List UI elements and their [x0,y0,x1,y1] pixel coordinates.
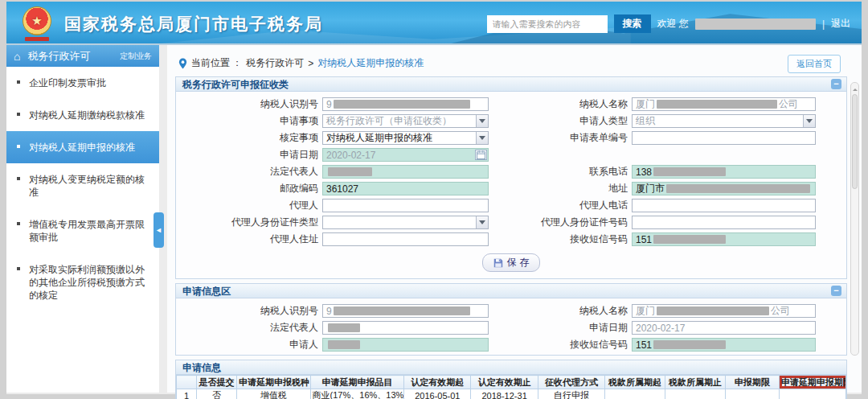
text-input[interactable] [322,165,489,179]
table-cell [665,389,726,399]
form-cell: 法定代表人 [179,321,511,335]
field-value: 9 [326,306,332,317]
column-header: 申报期限 [726,376,780,389]
section-title: 申请信息区 [182,286,231,297]
welcome-text: 欢迎 您 [657,17,689,31]
back-home-button[interactable]: 返回首页 [788,55,841,73]
vertical-scrollbar[interactable] [850,82,859,356]
scroll-up-arrow-icon[interactable] [853,86,858,91]
table-header-row: 是否提交申请延期申报税种申请延期申报品目认定有效期起认定有效期止征收代理方式税款… [177,376,846,389]
sidebar-item[interactable]: 对纳税人延期申报的核准 [6,131,159,163]
select-input[interactable] [322,216,489,229]
form-row: 纳税人识别号9纳税人名称厦门公司 [179,302,843,319]
text-input[interactable]: 138 [632,165,816,179]
table-cell: 2016-05-01 [404,389,471,399]
form-row: 代理人住址接收短信号码151 [179,231,843,248]
sidebar-item[interactable]: 增值税专用发票最高开票限额审批 [6,208,159,253]
breadcrumb-current-link[interactable]: 对纳税人延期申报的核准 [317,56,424,70]
emblem-icon: ★ [23,6,51,35]
star-icon: ★ [31,14,42,28]
field-label: 代理人身份证件号码 [511,216,632,229]
text-input[interactable] [322,338,489,352]
table-cell [779,389,845,399]
text-input[interactable]: 151 [632,232,816,246]
form-cell: 代理人身份证件号码 [511,216,843,229]
table-cell [605,389,665,399]
header-divider: | [822,19,825,30]
form-cell: 法定代表人 [179,165,511,179]
text-input[interactable] [322,321,489,335]
text-input[interactable] [322,199,489,212]
text-input[interactable]: 厦门公司 [632,97,816,111]
logout-link[interactable]: 退出 [831,17,850,31]
form-row: 核定事项对纳税人延期申报的核准申请表单编号 [179,130,843,146]
vertical-scrollbar-thumb[interactable] [852,94,858,189]
redacted-value [334,306,470,315]
app-window: ★ 国家税务总局厦门市电子税务局 搜索 欢迎 您 | 退出 ⌂ 税务行政许可 定… [6,2,862,394]
form-grid: 纳税人识别号9纳税人名称厦门公司申请事项税务行政许可（申请征收类）申请人类型组织… [176,92,846,249]
select-input[interactable]: 税务行政许可（申请征收类） [322,114,489,128]
text-input[interactable]: 9 [322,304,489,318]
text-input[interactable]: 2020-02-17 [632,321,816,335]
column-header: 认定有效期起 [404,376,471,389]
form-row: 法定代表人申请日期2020-02-17 [179,319,843,336]
field-label: 邮政编码 [179,182,322,195]
dropdown-arrow-icon[interactable] [803,115,815,127]
collapse-section-icon[interactable]: − [831,286,841,296]
main-panel: 当前位置 ： 税务行政许可 > 对纳税人延期申报的核准 返回首页 税务行政许可申… [167,45,862,393]
site-title: 国家税务总局厦门市电子税务局 [64,13,323,35]
sidebar-item[interactable]: 企业印制发票审批 [6,67,159,99]
section-header: 税务行政许可申报征收类 − [176,77,846,92]
field-value: 361027 [326,183,358,195]
field-value: 税务行政许可（申请征收类） [326,114,452,128]
text-input[interactable] [632,216,816,229]
field-value: 厦门 [636,97,655,111]
text-input[interactable]: 厦门公司 [632,304,816,318]
date-input[interactable]: 2020-02-17 [322,148,489,162]
dropdown-triangle [479,119,485,126]
field-value: 151 [636,234,652,245]
text-input[interactable]: 9 [322,97,489,111]
save-button[interactable]: 保 存 [482,253,540,272]
form-cell: 申请人类型组织 [511,114,843,128]
form-cell: 申请人 [179,338,511,352]
calendar-icon[interactable] [475,150,487,160]
save-button-label: 保 存 [507,256,529,269]
section-declaration-form: 税务行政许可申报征收类 − 纳税人识别号9纳税人名称厦门公司申请事项税务行政许可… [175,76,847,279]
text-input[interactable]: 151 [632,338,816,352]
field-value: 公司 [771,304,790,318]
dropdown-arrow-icon[interactable] [476,115,488,127]
redacted-value [657,306,769,315]
sidebar-item[interactable]: 对纳税人延期缴纳税款核准 [6,99,159,131]
collapse-section-icon[interactable]: − [831,79,841,89]
sidebar-item-label: 对纳税人延期申报的核准 [29,142,135,153]
table-cell: 增值税 [236,389,310,399]
form-cell [511,148,843,162]
search-input[interactable] [487,15,608,33]
text-input[interactable] [322,232,489,246]
dropdown-arrow-icon[interactable] [476,216,488,228]
form-cell: 代理人住址 [179,232,511,246]
select-input[interactable]: 对纳税人延期申报的核准 [322,131,489,145]
dropdown-triangle [479,136,485,143]
custom-business-link[interactable]: 定制业务 [120,51,152,62]
section-header: 申请信息区 − [176,284,846,298]
table-cell: 自行申报 [538,389,604,399]
dropdown-arrow-icon[interactable] [476,132,488,144]
search-button[interactable]: 搜索 [614,14,651,33]
sidebar-item[interactable]: 对采取实际利润额预缴以外的其他企业所得税预缴方式的核定 [6,253,159,311]
text-input[interactable] [632,199,816,212]
table-cell: 否 [196,389,236,399]
field-value: 2020-02-17 [636,323,685,334]
text-input[interactable] [632,131,816,145]
table-row: 1否增值税商业(17%、16%、13%)2016-05-012018-12-31… [177,389,846,399]
sidebar-item[interactable]: 对纳税人变更纳税定额的核准 [6,163,159,208]
text-input[interactable]: 361027 [322,182,489,195]
field-label: 接收短信号码 [511,338,632,352]
text-input[interactable]: 厦门市 [632,182,816,195]
field-value: 公司 [779,97,798,111]
select-input[interactable]: 组织 [632,114,816,128]
home-icon[interactable]: ⌂ [14,51,20,62]
form-row: 邮政编码361027地址厦门市 [179,180,843,197]
sidebar-collapse-handle[interactable]: ◄ [154,212,164,248]
